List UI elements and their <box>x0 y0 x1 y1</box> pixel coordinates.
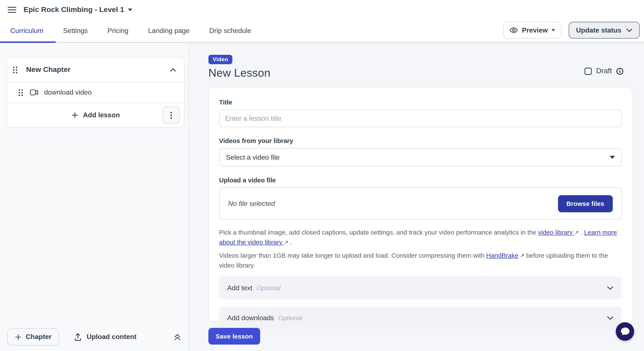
video-upload-dropzone[interactable]: No file selected Browse files <box>219 188 622 220</box>
no-file-selected-text: No file selected <box>228 200 275 208</box>
preview-button[interactable]: Preview <box>503 22 562 38</box>
chapter-options-button[interactable] <box>162 106 180 124</box>
lesson-form-card: Title Videos from your library Select a … <box>208 87 632 322</box>
chapter-card: New Chapter <box>7 57 184 128</box>
double-chevron-up-icon <box>174 333 181 340</box>
video-library-help-text: Pick a thumbnail image, add closed capti… <box>219 228 622 247</box>
video-library-field-label: Videos from your library <box>219 137 622 144</box>
title-field-label: Title <box>219 98 622 106</box>
optional-hint: Optional <box>278 314 302 322</box>
video-camera-icon <box>30 90 38 96</box>
eye-icon <box>509 26 518 35</box>
lesson-title: download video <box>44 88 92 96</box>
tab-landing-page[interactable]: Landing page <box>148 27 190 35</box>
add-text-label: Add text <box>227 284 252 292</box>
lesson-title-input[interactable] <box>219 110 622 127</box>
chevron-up-icon <box>170 68 176 72</box>
help-text: . <box>579 228 584 236</box>
handbrake-link[interactable]: HandBrake <box>486 252 518 259</box>
draft-label: Draft <box>596 67 612 75</box>
drag-handle-icon[interactable] <box>18 89 23 96</box>
handbrake-link-label: HandBrake <box>486 252 518 259</box>
sidebar-footer: Chapter Upload content <box>7 328 183 346</box>
caret-down-icon <box>128 8 132 11</box>
add-chapter-button[interactable]: Chapter <box>7 328 59 346</box>
external-link-icon: ↗ <box>520 252 524 260</box>
update-status-button[interactable]: Update status <box>569 22 640 38</box>
save-lesson-button[interactable]: Save lesson <box>208 328 260 344</box>
chevron-down-icon <box>607 316 614 320</box>
tab-drip-schedule[interactable]: Drip schedule <box>209 27 251 35</box>
help-text: Videos larger than 1GB may take longer t… <box>219 252 486 259</box>
video-library-select[interactable]: Select a video file <box>219 148 622 166</box>
plus-icon <box>15 334 22 340</box>
tab-settings[interactable]: Settings <box>63 27 88 35</box>
tab-curriculum[interactable]: Curriculum <box>10 27 44 35</box>
add-lesson-row: Add lesson <box>7 103 184 127</box>
external-link-icon: ↗ <box>574 228 579 236</box>
lesson-editor-page: Epic Rock Climbing - Level 1 Curriculum … <box>0 0 644 351</box>
chat-bubble-icon <box>620 327 630 336</box>
upload-icon <box>74 333 82 341</box>
help-text: Pick a thumbnail image, add closed capti… <box>219 228 538 236</box>
chapter-header[interactable]: New Chapter <box>7 58 184 82</box>
external-link-icon: ↗ <box>284 238 288 246</box>
add-lesson-label: Add lesson <box>83 111 120 119</box>
chapter-title: New Chapter <box>26 66 70 74</box>
optional-hint: Optional <box>256 284 280 292</box>
add-text-accordion[interactable]: Add text Optional <box>219 276 622 299</box>
draft-toggle-group: Draft <box>584 67 624 75</box>
lesson-header: Video New Lesson <box>208 55 270 80</box>
kebab-menu-icon <box>170 112 172 119</box>
course-title: Epic Rock Climbing - Level 1 <box>24 6 124 14</box>
collapse-chapter-button[interactable] <box>168 66 178 74</box>
active-tab-underline <box>0 42 56 43</box>
video-library-link[interactable]: video library ↗ <box>538 228 579 236</box>
course-title-dropdown[interactable]: Epic Rock Climbing - Level 1 <box>24 6 132 14</box>
add-downloads-accordion[interactable]: Add downloads Optional <box>219 306 622 329</box>
video-library-select-value: Select a video file <box>226 154 280 161</box>
collapse-all-button[interactable] <box>172 332 183 342</box>
upload-content-label: Upload content <box>87 333 136 341</box>
upload-content-button[interactable]: Upload content <box>72 332 139 341</box>
info-icon[interactable] <box>616 68 624 75</box>
chevron-down-icon <box>607 286 614 290</box>
top-bar-actions: Preview Update status <box>503 22 640 38</box>
help-text: . <box>288 238 292 246</box>
add-downloads-label: Add downloads <box>227 314 274 322</box>
top-bar: Epic Rock Climbing - Level 1 Curriculum … <box>0 0 644 43</box>
menu-button[interactable] <box>7 6 17 14</box>
lesson-type-badge: Video <box>208 55 232 64</box>
video-library-link-label: video library <box>538 228 573 236</box>
title-bar: Epic Rock Climbing - Level 1 <box>7 0 132 20</box>
update-status-label: Update status <box>576 26 621 34</box>
curriculum-sidebar: New Chapter <box>0 43 189 351</box>
drag-handle-icon[interactable] <box>13 66 18 74</box>
caret-down-icon <box>610 156 615 159</box>
plus-icon <box>72 112 78 118</box>
browse-files-button[interactable]: Browse files <box>558 195 613 212</box>
course-tabs: Curriculum Settings Pricing Landing page… <box>10 20 251 42</box>
add-lesson-button[interactable]: Add lesson <box>7 103 184 127</box>
tab-pricing[interactable]: Pricing <box>108 27 128 35</box>
chevron-down-icon <box>626 28 632 32</box>
lesson-row[interactable]: download video <box>7 82 184 103</box>
draft-checkbox[interactable] <box>584 68 592 75</box>
lesson-editor-main: Video New Lesson Draft Title Videos from… <box>189 43 644 351</box>
caret-down-icon <box>552 29 555 31</box>
upload-field-label: Upload a video file <box>219 176 622 184</box>
add-chapter-label: Chapter <box>26 333 52 341</box>
page-title: New Lesson <box>208 66 270 80</box>
hamburger-icon <box>8 6 16 13</box>
compression-help-text: Videos larger than 1GB may take longer t… <box>219 251 622 270</box>
chat-launcher-button[interactable] <box>616 322 634 341</box>
preview-button-label: Preview <box>522 26 548 34</box>
